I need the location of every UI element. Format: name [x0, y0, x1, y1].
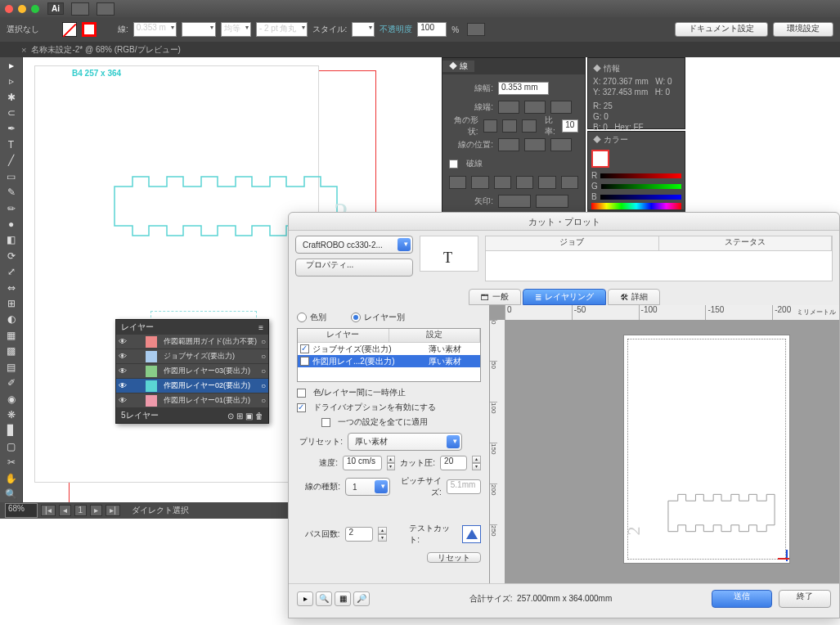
nav-prev-button[interactable]: ◂	[59, 505, 71, 516]
b-slider[interactable]	[600, 195, 681, 200]
visibility-icon[interactable]: 👁	[116, 366, 129, 375]
direct-selection-tool[interactable]: ▹	[0, 73, 22, 88]
pause-checkbox[interactable]	[297, 389, 306, 398]
reset-button[interactable]: リセット	[427, 552, 481, 563]
panel-menu-icon[interactable]: ≡	[258, 323, 263, 332]
eraser-tool[interactable]: ◧	[0, 232, 22, 248]
document-setup-button[interactable]: ドキュメント設定	[675, 22, 768, 37]
preview-area[interactable]: 0-50-100-150-200 050100150200250 ミリメートル …	[489, 305, 839, 583]
document-tab[interactable]: 名称未設定-2* @ 68% (RGB/プレビュー)	[31, 44, 180, 56]
corner-bevel[interactable]	[522, 119, 537, 133]
fill-color-swatch[interactable]	[591, 150, 609, 168]
properties-button[interactable]: プロパティ...	[295, 259, 413, 277]
style-select[interactable]	[352, 22, 375, 37]
artboard-nav[interactable]: 1	[74, 505, 88, 516]
stroke-weight-select[interactable]: 0.353 m	[133, 22, 177, 37]
stroke-swatch[interactable]	[82, 22, 97, 37]
layer-row[interactable]: 👁作図用レイヤー02(要出力)○	[116, 379, 268, 393]
by-color-radio[interactable]: 色別	[297, 312, 326, 323]
g-slider[interactable]	[601, 184, 681, 189]
pencil-tool[interactable]: ✏	[0, 200, 22, 216]
rotate-tool[interactable]: ⟳	[0, 248, 22, 263]
layer-row[interactable]: 👁作図範囲用ガイド(出力不要)○	[116, 335, 268, 349]
corner-miter[interactable]	[483, 119, 498, 133]
speed-stepper[interactable]: ▴▾	[387, 456, 396, 470]
nav-last-button[interactable]: ▸|	[106, 505, 120, 516]
nav-first-button[interactable]: |◂	[41, 505, 56, 516]
pen-tool[interactable]: ✒	[0, 121, 22, 137]
graph-tool[interactable]: ▊	[0, 423, 22, 438]
weight-input[interactable]: 0.353 mm	[498, 82, 549, 95]
dashed-checkbox[interactable]	[449, 160, 458, 169]
type-tool[interactable]: T	[0, 137, 22, 152]
corner-round[interactable]	[502, 119, 517, 133]
preset-select[interactable]: 厚い素材	[348, 433, 462, 451]
zoom-in-icon[interactable]: 🔍	[316, 591, 332, 606]
shape-builder-tool[interactable]: ◐	[0, 312, 22, 327]
layer-setting-row[interactable]: ジョブサイズ(要出力)薄い素材	[298, 343, 480, 355]
arrow-start[interactable]	[498, 195, 531, 208]
titlebar-button[interactable]	[71, 2, 89, 16]
target-icon[interactable]: ○	[258, 381, 268, 390]
magic-wand-tool[interactable]: ✱	[0, 89, 22, 105]
testcut-button[interactable]	[462, 525, 481, 543]
stroke-align-select[interactable]: 均等	[221, 22, 251, 37]
gradient-tool[interactable]: ▤	[0, 359, 22, 375]
new-layer-icon[interactable]: ▣	[245, 411, 253, 420]
pitch-input[interactable]: 5.1mm	[447, 479, 481, 494]
zoom-icon[interactable]	[31, 5, 39, 13]
force-input[interactable]: 20	[440, 456, 467, 470]
dash-6[interactable]	[561, 176, 578, 189]
hand-tool[interactable]: ✋	[0, 470, 22, 486]
layer-setting-row[interactable]: 作図用レイ...2(要出力)厚い素材	[298, 355, 480, 367]
blade-select[interactable]: 1	[345, 478, 390, 496]
nav-next-button[interactable]: ▸	[90, 505, 102, 516]
brush-tool[interactable]: ✎	[0, 184, 22, 200]
row-checkbox[interactable]	[300, 357, 309, 366]
minimize-icon[interactable]	[18, 5, 26, 13]
width-tool[interactable]: ⇔	[0, 280, 22, 295]
tab-detail[interactable]: 🛠詳細	[608, 289, 660, 305]
blob-brush-tool[interactable]: ●	[0, 216, 22, 232]
visibility-icon[interactable]: 👁	[116, 381, 129, 390]
speed-input[interactable]: 10 cm/s	[343, 456, 382, 470]
tab-general[interactable]: 🗔一般	[469, 289, 521, 305]
layer-row[interactable]: 👁作図用レイヤー03(要出力)○	[116, 364, 268, 379]
delete-layer-icon[interactable]: 🗑	[255, 411, 263, 420]
tab-close-icon[interactable]: ×	[21, 45, 26, 55]
artboard-tool[interactable]: ▢	[0, 438, 22, 454]
dash-4[interactable]	[516, 176, 533, 189]
stroke-panel-tab[interactable]: ◆ 線	[442, 61, 474, 72]
cap-square[interactable]	[550, 101, 572, 114]
zoom-tool[interactable]: 🔍	[0, 486, 22, 501]
align-center[interactable]	[498, 138, 519, 151]
symbol-sprayer-tool[interactable]: ❋	[0, 407, 22, 422]
passes-input[interactable]: 2	[345, 527, 373, 542]
send-button[interactable]: 送信	[712, 590, 772, 608]
new-sublayer-icon[interactable]: ⊞	[236, 411, 243, 420]
arrow-end[interactable]	[536, 195, 568, 208]
dash-2[interactable]	[471, 176, 488, 189]
fit-icon[interactable]: ▦	[335, 591, 351, 606]
dash-5[interactable]	[538, 176, 555, 189]
toolbar-button[interactable]	[467, 23, 485, 36]
blend-tool[interactable]: ◉	[0, 391, 22, 407]
opacity-input[interactable]: 100	[417, 22, 447, 37]
perspective-tool[interactable]: ▦	[0, 327, 22, 343]
cap-round[interactable]	[524, 101, 546, 114]
dash-3[interactable]	[494, 176, 511, 189]
free-transform-tool[interactable]: ⊞	[0, 295, 22, 311]
slice-tool[interactable]: ✂	[0, 455, 22, 470]
titlebar-button[interactable]	[97, 2, 115, 16]
stroke-profile-select[interactable]	[182, 22, 216, 37]
rectangle-tool[interactable]: ▭	[0, 169, 22, 184]
row-checkbox[interactable]	[300, 344, 309, 353]
target-icon[interactable]: ○	[258, 366, 268, 375]
target-icon[interactable]: ○	[258, 337, 268, 346]
visibility-icon[interactable]: 👁	[116, 396, 129, 405]
device-select[interactable]: CraftROBO cc330-2...	[295, 236, 413, 254]
scale-tool[interactable]: ⤢	[0, 263, 22, 279]
target-icon[interactable]: ○	[258, 396, 268, 405]
ratio-input[interactable]: 10	[562, 119, 578, 133]
tab-layering[interactable]: ≣レイヤリング	[523, 289, 606, 305]
